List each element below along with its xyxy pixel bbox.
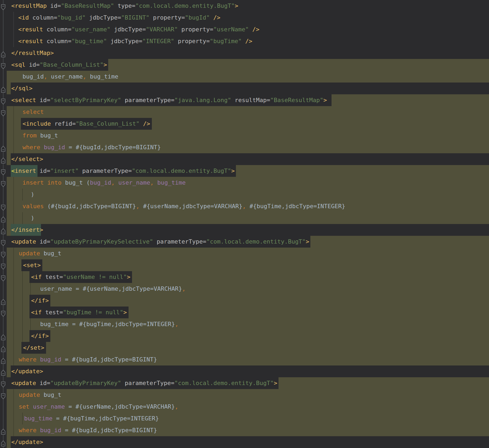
fold-collapse-icon[interactable]: [1, 392, 6, 398]
code-token: "updateByPrimaryKey": [50, 380, 121, 386]
code-line[interactable]: </update>: [0, 365, 489, 377]
code-text: <insert id="insert" parameterType="com.l…: [11, 165, 235, 177]
code-line[interactable]: where bug_id = #{bugId,jdbcType=BIGINT}: [0, 141, 489, 153]
code-line[interactable]: <result column="bug_time" jdbcType="INTE…: [0, 35, 489, 47]
code-line[interactable]: <resultMap id="BaseResultMap" type="com.…: [0, 0, 489, 12]
code-text: update bug_t: [19, 248, 61, 259]
code-line[interactable]: set user_name = #{userName,jdbcType=VARC…: [0, 401, 489, 413]
code-line[interactable]: insert into bug_t (bug_id, user_name, bu…: [0, 177, 489, 189]
code-line[interactable]: <result column="user_name" jdbcType="VAR…: [0, 24, 489, 35]
fold-collapse-icon[interactable]: [1, 380, 6, 386]
fold-collapse-icon[interactable]: [1, 180, 6, 186]
fold-collapse-icon[interactable]: [1, 203, 6, 210]
code-token: where: [22, 144, 40, 151]
code-line[interactable]: <if test="bugTime != null">: [0, 307, 489, 318]
code-area[interactable]: <resultMap id="BaseResultMap" type="com.…: [0, 0, 489, 448]
code-line[interactable]: select: [0, 106, 489, 118]
code-line[interactable]: </set>: [0, 342, 489, 354]
code-line[interactable]: </insert>: [0, 224, 489, 236]
code-line[interactable]: user_name = #{userName,jdbcType=VARCHAR}…: [0, 283, 489, 295]
code-line[interactable]: bug_time = #{bugTime,jdbcType=INTEGER},: [0, 318, 489, 330]
fold-collapse-icon[interactable]: [1, 97, 6, 103]
code-text: </if>: [31, 295, 49, 307]
code-token: from: [22, 132, 37, 139]
fold-collapse-icon[interactable]: [1, 109, 6, 115]
code-token: property=: [149, 14, 185, 21]
code-line[interactable]: where bug_id = #{bugId,jdbcType=BIGINT}: [0, 354, 489, 365]
fold-end-icon[interactable]: [1, 297, 6, 304]
code-line[interactable]: ): [0, 212, 489, 224]
code-line[interactable]: </select>: [0, 153, 489, 165]
fold-end-icon[interactable]: [1, 427, 6, 434]
code-token: >: [306, 238, 309, 245]
fold-collapse-icon[interactable]: [1, 62, 6, 68]
code-line[interactable]: from bug_t: [0, 130, 489, 141]
fold-end-icon[interactable]: [1, 50, 6, 56]
fold-end-icon[interactable]: [1, 345, 6, 351]
code-token: id=: [25, 61, 40, 68]
code-text: <resultMap id="BaseResultMap" type="com.…: [11, 0, 238, 12]
code-token: insert: [15, 167, 36, 174]
fold-end-icon[interactable]: [1, 215, 6, 221]
code-line[interactable]: values (#{bugId,jdbcType=BIGINT}, #{user…: [0, 200, 489, 212]
editor-gutter: [0, 0, 7, 448]
code-token: "BaseResultMap": [270, 97, 324, 103]
code-token: "bugTime != null": [63, 309, 123, 316]
code-line[interactable]: </if>: [0, 295, 489, 307]
code-line[interactable]: bug_time = #{bugTime,jdbcType=INTEGER}: [0, 413, 489, 424]
code-token: />: [140, 120, 150, 127]
fold-collapse-icon[interactable]: [1, 168, 6, 174]
fold-end-icon[interactable]: [1, 333, 6, 339]
code-line[interactable]: </if>: [0, 330, 489, 342]
code-token: user_name: [29, 403, 65, 410]
code-line[interactable]: </resultMap>: [0, 47, 489, 59]
code-line[interactable]: bug_id, user_name, bug_time: [0, 71, 489, 83]
code-token: (#{bugId,jdbcType=BIGINT}: [44, 203, 136, 210]
fold-end-icon[interactable]: [1, 356, 6, 363]
code-line[interactable]: <include refid="Base_Column_List" />: [0, 118, 489, 130]
code-line[interactable]: <id column="bug_id" jdbcType="BIGINT" pr…: [0, 12, 489, 24]
code-token: "bugTime": [210, 38, 242, 44]
code-line[interactable]: <set>: [0, 259, 489, 271]
code-line[interactable]: <sql id="Base_Column_List">: [0, 59, 489, 71]
fold-collapse-icon[interactable]: [1, 250, 6, 257]
code-line[interactable]: update bug_t: [0, 248, 489, 259]
fold-collapse-icon[interactable]: [1, 262, 6, 268]
code-line[interactable]: <if test="userName != null">: [0, 271, 489, 283]
code-token: bug_id: [90, 179, 111, 186]
code-line[interactable]: <insert id="insert" parameterType="com.l…: [0, 165, 489, 177]
code-line[interactable]: </update>: [0, 436, 489, 448]
code-line[interactable]: where bug_id = #{bugId,jdbcType=BIGINT}: [0, 424, 489, 436]
fold-collapse-icon[interactable]: [1, 238, 6, 245]
fold-collapse-icon[interactable]: [1, 309, 6, 316]
code-token: <resultMap: [11, 2, 47, 9]
code-line[interactable]: ): [0, 189, 489, 200]
code-line[interactable]: update bug_t: [0, 389, 489, 401]
code-token: "com.local.demo.entity.BugT": [206, 238, 306, 245]
fold-end-icon[interactable]: [1, 368, 6, 375]
fold-end-icon[interactable]: [1, 439, 6, 445]
code-token: >: [274, 380, 277, 386]
code-token: "bug_id": [57, 14, 86, 21]
code-line[interactable]: <update id="updateByPrimaryKeySelective"…: [0, 236, 489, 248]
code-token: >: [324, 97, 327, 103]
fold-end-icon[interactable]: [1, 85, 6, 92]
code-text: <result column="bug_time" jdbcType="INTE…: [18, 35, 252, 47]
fold-end-icon[interactable]: [1, 144, 6, 151]
indent-guide: [22, 271, 23, 342]
code-token: "userName": [213, 26, 249, 33]
code-editor[interactable]: <resultMap id="BaseResultMap" type="com.…: [0, 0, 489, 448]
code-token: ,: [150, 179, 154, 186]
fold-end-icon[interactable]: [1, 156, 6, 162]
fold-collapse-icon[interactable]: [1, 3, 6, 9]
code-line[interactable]: </sql>: [0, 83, 489, 94]
injection-band: [332, 94, 489, 106]
fold-collapse-icon[interactable]: [1, 274, 6, 280]
indent-guide: [22, 413, 23, 424]
code-line[interactable]: <update id="updateByPrimaryKey" paramete…: [0, 377, 489, 389]
fold-end-icon[interactable]: [1, 227, 6, 233]
code-token: jdbcType=: [86, 14, 121, 21]
code-text: </set>: [23, 342, 44, 354]
code-token: "com.local.demo.entity.BugT": [136, 2, 235, 9]
code-line[interactable]: <select id="selectByPrimaryKey" paramete…: [0, 94, 489, 106]
